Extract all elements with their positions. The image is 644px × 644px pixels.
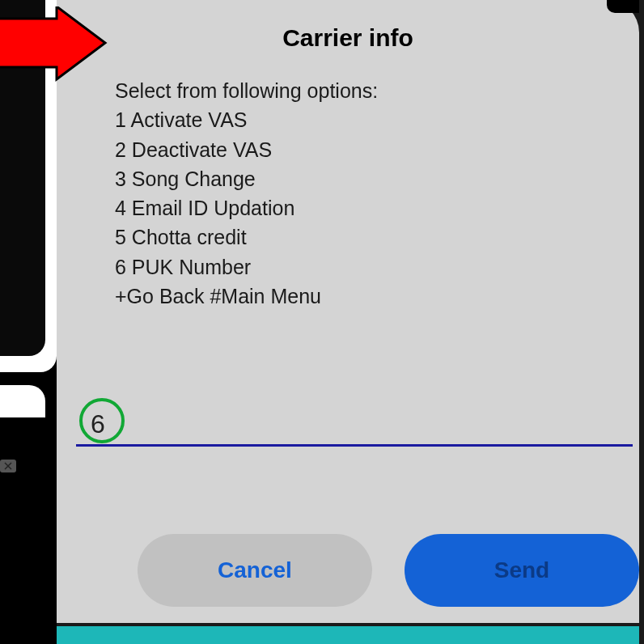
svg-marker-0 [0, 6, 105, 79]
ussd-input[interactable] [76, 405, 633, 447]
input-container [76, 405, 633, 447]
left-background-panel [0, 0, 57, 644]
dialog-option: 4 Email ID Updation [115, 193, 615, 222]
bottom-teal-bar [57, 626, 639, 644]
dialog-option: 1 Activate VAS [115, 105, 615, 134]
dialog-option: 6 PUK Number [115, 252, 615, 282]
dialog-option: +Go Back #Main Menu [115, 282, 615, 311]
close-icon [0, 460, 16, 472]
left-white-corner [0, 385, 45, 417]
dialog-option: 5 Chotta credit [115, 222, 615, 252]
dialog-title: Carrier info [57, 0, 639, 76]
cancel-button[interactable]: Cancel [138, 534, 372, 607]
notch-corner [607, 0, 639, 13]
arrow-annotation-icon [0, 6, 109, 83]
dialog-option: 3 Song Change [115, 164, 615, 193]
dialog-body: Select from following options: 1 Activat… [57, 76, 639, 311]
dialog-buttons: Cancel Send [113, 534, 644, 607]
ussd-dialog: Carrier info Select from following optio… [57, 0, 639, 623]
dialog-option: 2 Deactivate VAS [115, 135, 615, 164]
dialog-prompt: Select from following options: [115, 76, 615, 105]
send-button[interactable]: Send [405, 534, 639, 607]
